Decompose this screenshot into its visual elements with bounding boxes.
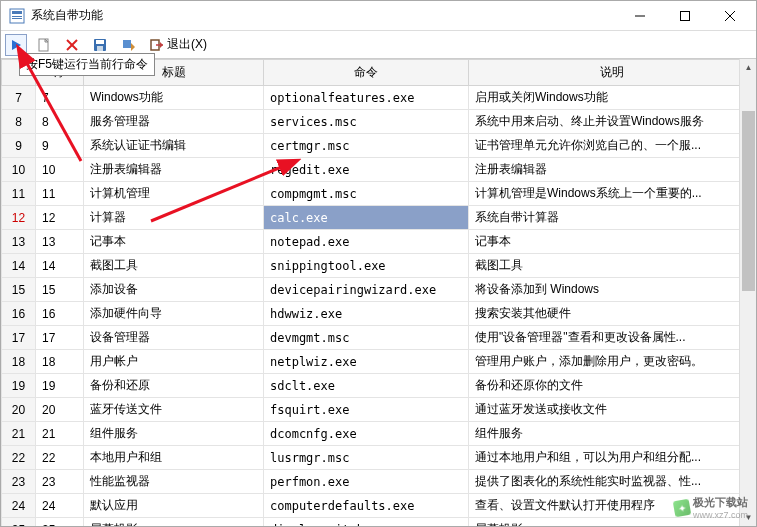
cell-cmd[interactable]: compmgmt.msc <box>264 182 469 206</box>
cell-cmd[interactable]: netplwiz.exe <box>264 350 469 374</box>
cell-title[interactable]: 默认应用 <box>84 494 264 518</box>
cell-title[interactable]: 设备管理器 <box>84 326 264 350</box>
cell-cmd[interactable]: hdwwiz.exe <box>264 302 469 326</box>
table-row[interactable]: 1919备份和还原sdclt.exe备份和还原你的文件 <box>2 374 756 398</box>
cell-seq[interactable]: 22 <box>36 446 84 470</box>
table-row[interactable]: 2222本地用户和组lusrmgr.msc通过本地用户和组，可以为用户和组分配.… <box>2 446 756 470</box>
table-row[interactable]: 1010注册表编辑器regedit.exe注册表编辑器 <box>2 158 756 182</box>
cell-title[interactable]: 组件服务 <box>84 422 264 446</box>
data-grid[interactable]: 序 标题 命令 说明 77Windows功能optionalfeatures.e… <box>1 59 756 526</box>
cell-desc[interactable]: 提供了图表化的系统性能实时监视器、性... <box>469 470 756 494</box>
cell-title[interactable]: 注册表编辑器 <box>84 158 264 182</box>
cell-desc[interactable]: 证书管理单元允许你浏览自己的、一个服... <box>469 134 756 158</box>
cell-cmd[interactable]: optionalfeatures.exe <box>264 86 469 110</box>
cell-desc[interactable]: 使用"设备管理器"查看和更改设备属性... <box>469 326 756 350</box>
table-row[interactable]: 1717设备管理器devmgmt.msc使用"设备管理器"查看和更改设备属性..… <box>2 326 756 350</box>
table-row[interactable]: 2525屏幕投影displayswitch.exe屏幕投影 <box>2 518 756 527</box>
cell-cmd[interactable]: calc.exe <box>264 206 469 230</box>
cell-seq[interactable]: 13 <box>36 230 84 254</box>
cell-cmd[interactable]: devmgmt.msc <box>264 326 469 350</box>
cell-title[interactable]: 屏幕投影 <box>84 518 264 527</box>
cell-desc[interactable]: 搜索安装其他硬件 <box>469 302 756 326</box>
cell-cmd[interactable]: notepad.exe <box>264 230 469 254</box>
cell-title[interactable]: 蓝牙传送文件 <box>84 398 264 422</box>
table-row[interactable]: 1414截图工具snippingtool.exe截图工具 <box>2 254 756 278</box>
cell-desc[interactable]: 记事本 <box>469 230 756 254</box>
cell-title[interactable]: 用户帐户 <box>84 350 264 374</box>
table-row[interactable]: 99系统认证证书编辑certmgr.msc证书管理单元允许你浏览自己的、一个服.… <box>2 134 756 158</box>
cell-cmd[interactable]: displayswitch.exe <box>264 518 469 527</box>
table-row[interactable]: 1212计算器calc.exe系统自带计算器 <box>2 206 756 230</box>
cell-seq[interactable]: 16 <box>36 302 84 326</box>
table-row[interactable]: 2121组件服务dcomcnfg.exe组件服务 <box>2 422 756 446</box>
table-row[interactable]: 1111计算机管理compmgmt.msc计算机管理是Windows系统上一个重… <box>2 182 756 206</box>
cell-seq[interactable]: 24 <box>36 494 84 518</box>
cell-cmd[interactable]: computerdefaults.exe <box>264 494 469 518</box>
cell-title[interactable]: 添加设备 <box>84 278 264 302</box>
cell-title[interactable]: 系统认证证书编辑 <box>84 134 264 158</box>
cell-seq[interactable]: 20 <box>36 398 84 422</box>
table-row[interactable]: 88服务管理器services.msc系统中用来启动、终止并设置Windows服… <box>2 110 756 134</box>
cell-cmd[interactable]: perfmon.exe <box>264 470 469 494</box>
cell-desc[interactable]: 将设备添加到 Windows <box>469 278 756 302</box>
cell-seq[interactable]: 23 <box>36 470 84 494</box>
cell-seq[interactable]: 10 <box>36 158 84 182</box>
cell-cmd[interactable]: regedit.exe <box>264 158 469 182</box>
table-row[interactable]: 77Windows功能optionalfeatures.exe启用或关闭Wind… <box>2 86 756 110</box>
cell-desc[interactable]: 系统自带计算器 <box>469 206 756 230</box>
table-row[interactable]: 2323性能监视器perfmon.exe提供了图表化的系统性能实时监视器、性..… <box>2 470 756 494</box>
cell-cmd[interactable]: sdclt.exe <box>264 374 469 398</box>
scroll-up-button[interactable]: ▲ <box>740 59 756 76</box>
cell-cmd[interactable]: services.msc <box>264 110 469 134</box>
cell-desc[interactable]: 备份和还原你的文件 <box>469 374 756 398</box>
cell-desc[interactable]: 系统中用来启动、终止并设置Windows服务 <box>469 110 756 134</box>
cell-seq[interactable]: 19 <box>36 374 84 398</box>
table-row[interactable]: 2020蓝牙传送文件fsquirt.exe通过蓝牙发送或接收文件 <box>2 398 756 422</box>
cell-cmd[interactable]: lusrmgr.msc <box>264 446 469 470</box>
cell-title[interactable]: 计算机管理 <box>84 182 264 206</box>
cell-seq[interactable]: 18 <box>36 350 84 374</box>
cell-title[interactable]: 截图工具 <box>84 254 264 278</box>
scroll-thumb[interactable] <box>742 111 755 291</box>
cell-seq[interactable]: 15 <box>36 278 84 302</box>
header-desc[interactable]: 说明 <box>469 60 756 86</box>
cell-seq[interactable]: 12 <box>36 206 84 230</box>
cell-cmd[interactable]: snippingtool.exe <box>264 254 469 278</box>
cell-cmd[interactable]: dcomcnfg.exe <box>264 422 469 446</box>
cell-title[interactable]: 本地用户和组 <box>84 446 264 470</box>
cell-desc[interactable]: 截图工具 <box>469 254 756 278</box>
cell-desc[interactable]: 管理用户账户，添加删除用户，更改密码。 <box>469 350 756 374</box>
cell-desc[interactable]: 注册表编辑器 <box>469 158 756 182</box>
cell-desc[interactable]: 启用或关闭Windows功能 <box>469 86 756 110</box>
cell-seq[interactable]: 21 <box>36 422 84 446</box>
cell-cmd[interactable]: fsquirt.exe <box>264 398 469 422</box>
close-button[interactable] <box>707 2 752 30</box>
cell-seq[interactable]: 25 <box>36 518 84 527</box>
cell-cmd[interactable]: certmgr.msc <box>264 134 469 158</box>
cell-cmd[interactable]: devicepairingwizard.exe <box>264 278 469 302</box>
cell-title[interactable]: Windows功能 <box>84 86 264 110</box>
cell-seq[interactable]: 9 <box>36 134 84 158</box>
cell-title[interactable]: 服务管理器 <box>84 110 264 134</box>
maximize-button[interactable] <box>662 2 707 30</box>
vertical-scrollbar[interactable]: ▲ ▼ <box>739 59 756 526</box>
table-row[interactable]: 2424默认应用computerdefaults.exe查看、设置文件默认打开使… <box>2 494 756 518</box>
table-row[interactable]: 1313记事本notepad.exe记事本 <box>2 230 756 254</box>
cell-title[interactable]: 添加硬件向导 <box>84 302 264 326</box>
cell-desc[interactable]: 组件服务 <box>469 422 756 446</box>
cell-seq[interactable]: 8 <box>36 110 84 134</box>
cell-desc[interactable]: 通过蓝牙发送或接收文件 <box>469 398 756 422</box>
cell-seq[interactable]: 17 <box>36 326 84 350</box>
exit-button[interactable]: 退出(X) <box>145 34 212 56</box>
cell-title[interactable]: 计算器 <box>84 206 264 230</box>
table-row[interactable]: 1818用户帐户netplwiz.exe管理用户账户，添加删除用户，更改密码。 <box>2 350 756 374</box>
cell-title[interactable]: 备份和还原 <box>84 374 264 398</box>
cell-desc[interactable]: 通过本地用户和组，可以为用户和组分配... <box>469 446 756 470</box>
cell-title[interactable]: 性能监视器 <box>84 470 264 494</box>
header-cmd[interactable]: 命令 <box>264 60 469 86</box>
cell-title[interactable]: 记事本 <box>84 230 264 254</box>
table-row[interactable]: 1616添加硬件向导hdwwiz.exe搜索安装其他硬件 <box>2 302 756 326</box>
table-row[interactable]: 1515添加设备devicepairingwizard.exe将设备添加到 Wi… <box>2 278 756 302</box>
cell-seq[interactable]: 11 <box>36 182 84 206</box>
minimize-button[interactable] <box>617 2 662 30</box>
